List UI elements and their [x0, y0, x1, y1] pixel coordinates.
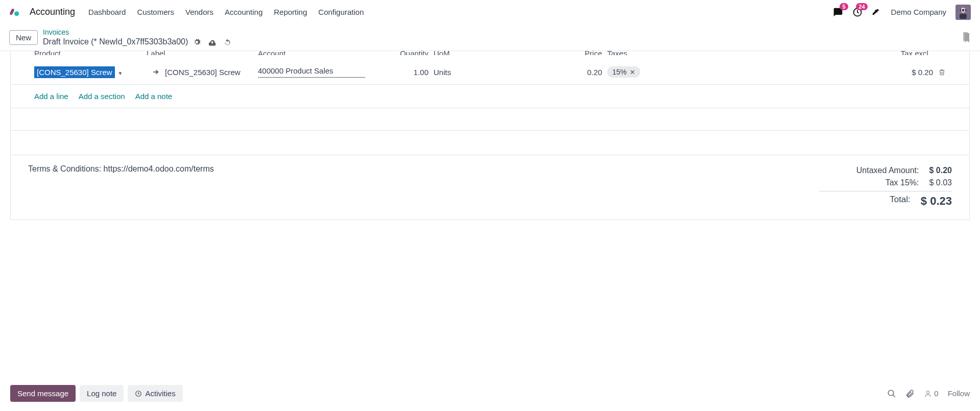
cell-label[interactable]: [CONS_25630] Screw: [147, 68, 258, 77]
main-content: Product Label Account Quantity UoM Price…: [0, 51, 980, 220]
tax-label: Tax 15%:: [819, 178, 919, 187]
total-grand: Total: $ 0.23: [819, 191, 952, 209]
svg-point-7: [961, 9, 963, 11]
app-name[interactable]: Accounting: [30, 7, 75, 17]
nav-menu: Dashboard Customers Vendors Accounting R…: [88, 8, 364, 16]
untaxed-label: Untaxed Amount:: [819, 166, 919, 175]
messages-icon[interactable]: 5: [833, 7, 843, 17]
cell-taxes[interactable]: 15% ✕: [602, 66, 679, 78]
breadcrumb-parent[interactable]: Invoices: [43, 28, 231, 37]
messages-badge: 5: [840, 3, 848, 10]
spacer-1: [11, 108, 969, 131]
delete-line-icon[interactable]: [938, 68, 946, 77]
nav-accounting[interactable]: Accounting: [225, 8, 262, 16]
th-taxes: Taxes: [602, 49, 653, 55]
bookmark-icon[interactable]: [962, 32, 971, 43]
th-uom: UoM: [428, 49, 480, 55]
activities-badge: 24: [856, 3, 867, 10]
th-label: Label: [147, 49, 258, 55]
svg-rect-0: [9, 8, 14, 15]
navbar-right: 5 24 Demo Company: [833, 5, 971, 20]
tools-icon[interactable]: [872, 7, 882, 17]
th-tax-excl: Tax excl.: [653, 49, 930, 55]
tax-value: $ 0.03: [929, 178, 952, 187]
untaxed-value: $ 0.20: [929, 166, 952, 175]
cell-uom[interactable]: Units: [428, 68, 480, 77]
tax-remove-icon[interactable]: ✕: [630, 68, 635, 76]
svg-point-8: [964, 9, 966, 11]
nav-dashboard[interactable]: Dashboard: [88, 8, 126, 16]
user-avatar[interactable]: [955, 5, 971, 20]
total-untaxed: Untaxed Amount: $ 0.20: [819, 164, 952, 177]
odoo-logo-icon: [9, 7, 20, 18]
add-line-link[interactable]: Add a line: [34, 92, 68, 101]
navbar-left: Accounting Dashboard Customers Vendors A…: [9, 7, 364, 18]
breadcrumb-current-text: Draft Invoice (* NewId_0x7ff5303b3a00): [43, 37, 188, 47]
cell-account[interactable]: 400000 Product Sales: [258, 66, 389, 78]
th-account: Account: [258, 49, 389, 55]
add-actions-row: Add a line Add a section Add a note: [11, 85, 969, 108]
nav-reporting[interactable]: Reporting: [274, 8, 307, 16]
nav-customers[interactable]: Customers: [137, 8, 174, 16]
svg-point-1: [14, 11, 19, 16]
breadcrumb-current: Draft Invoice (* NewId_0x7ff5303b3a00): [43, 37, 231, 47]
company-switcher[interactable]: Demo Company: [891, 8, 946, 16]
product-selected[interactable]: [CONS_25630] Screw: [34, 66, 115, 78]
add-section-link[interactable]: Add a section: [79, 92, 125, 101]
app-logo[interactable]: [9, 7, 20, 18]
cell-product[interactable]: [CONS_25630] Screw▼: [34, 66, 147, 78]
table-header-partial: Product Label Account Quantity UoM Price…: [11, 49, 969, 58]
th-product: Product: [34, 49, 147, 55]
th-quantity: Quantity: [389, 49, 428, 55]
add-note-link[interactable]: Add a note: [135, 92, 173, 101]
th-price: Price: [480, 49, 602, 55]
new-button[interactable]: New: [9, 30, 38, 45]
cell-tax-excl: $ 0.20: [679, 68, 933, 77]
nav-vendors[interactable]: Vendors: [185, 8, 213, 16]
breadcrumb-row: New Invoices Draft Invoice (* NewId_0x7f…: [0, 25, 980, 51]
terms-text[interactable]: Terms & Conditions: https://demo4.odoo.c…: [28, 164, 214, 209]
label-text: [CONS_25630] Screw: [165, 68, 241, 77]
total-tax: Tax 15%: $ 0.03: [819, 177, 952, 189]
arrow-right-icon[interactable]: [152, 68, 160, 76]
tax-tag-label: 15%: [612, 68, 627, 76]
gear-icon[interactable]: [193, 38, 201, 46]
account-input[interactable]: 400000 Product Sales: [258, 66, 365, 78]
caret-down-icon[interactable]: ▼: [118, 70, 123, 76]
cell-quantity[interactable]: 1.00: [389, 68, 428, 77]
total-label: Total:: [819, 195, 911, 208]
nav-configuration[interactable]: Configuration: [318, 8, 364, 16]
navbar: Accounting Dashboard Customers Vendors A…: [0, 0, 980, 25]
cell-price[interactable]: 0.20: [480, 68, 602, 77]
invoice-line-row[interactable]: [CONS_25630] Screw▼ [CONS_25630] Screw 4…: [11, 60, 969, 85]
terms-totals-row: Terms & Conditions: https://demo4.odoo.c…: [11, 155, 969, 220]
tax-tag[interactable]: 15% ✕: [607, 66, 640, 78]
breadcrumb-text: Invoices Draft Invoice (* NewId_0x7ff530…: [43, 28, 231, 47]
svg-rect-5: [960, 14, 967, 19]
total-value: $ 0.23: [921, 195, 952, 208]
undo-icon[interactable]: [224, 38, 231, 46]
totals-block: Untaxed Amount: $ 0.20 Tax 15%: $ 0.03 T…: [819, 164, 952, 209]
cloud-upload-icon[interactable]: [208, 38, 217, 46]
activities-icon[interactable]: 24: [852, 7, 863, 17]
spacer-2: [11, 131, 969, 155]
invoice-lines-table: Product Label Account Quantity UoM Price…: [10, 51, 970, 220]
